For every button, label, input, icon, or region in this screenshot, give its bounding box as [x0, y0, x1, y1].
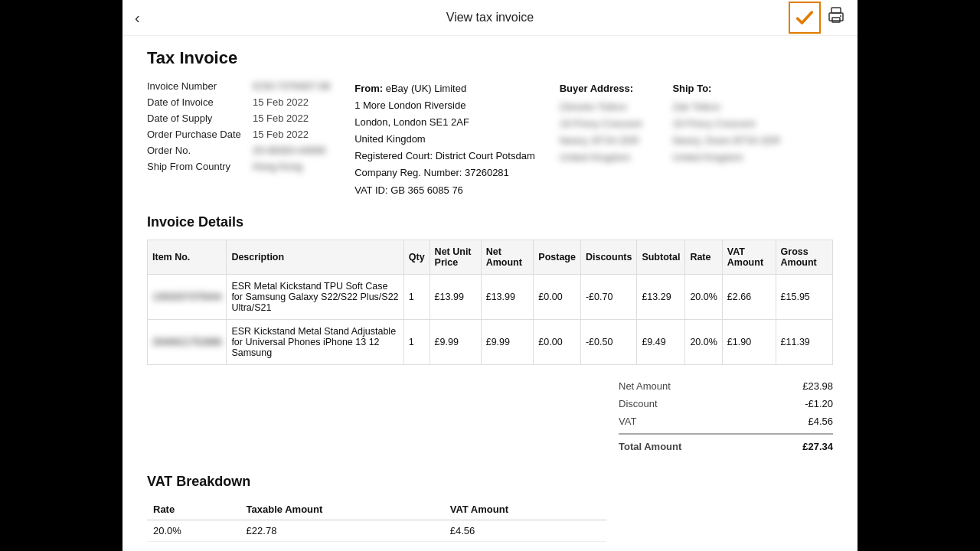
vat-td-rate: 20.0%: [147, 520, 240, 541]
td-qty: 1: [403, 274, 430, 319]
checkmark-icon: [794, 7, 815, 28]
vat-header-row: Rate Taxable Amount VAT Amount: [147, 499, 606, 520]
ship-to-line2: Newry, Down BT34 2DR: [672, 132, 780, 149]
totals-vat-value: £4.56: [808, 416, 833, 427]
top-icons: [789, 2, 845, 34]
order-purchase-date-label: Order Purchase Date: [147, 129, 247, 140]
td-discounts: -£0.50: [580, 319, 636, 364]
td-subtotal: £9.49: [637, 319, 685, 364]
order-no-value: 25-08363-44690: [253, 145, 325, 156]
vat-th-vat-amount: VAT Amount: [444, 499, 606, 520]
buyer-address-block: Buyer Address: Zdravko Totkov 19 Priory …: [560, 80, 642, 199]
vat-th-taxable-amount: Taxable Amount: [240, 499, 444, 520]
td-netAmount: £13.99: [481, 274, 534, 319]
invoice-table: Item No. Description Qty Net Unit Price …: [147, 240, 833, 365]
td-netUnitPrice: £9.99: [430, 319, 481, 364]
vat-table-body: 20.0%£22.78£4.56: [147, 520, 606, 541]
vat-td-vatAmount: £4.56: [444, 520, 606, 541]
th-vat-amount: VAT Amount: [722, 240, 776, 274]
ship-to-line3: United Kingdom: [672, 149, 780, 166]
td-netAmount: £9.99: [481, 319, 534, 364]
td-subtotal: £13.29: [637, 274, 685, 319]
td-vatAmount: £1.90: [722, 319, 776, 364]
meta-left: Invoice Number IC93-7376407-08 Date of I…: [147, 80, 330, 199]
order-no-label: Order No.: [147, 145, 247, 156]
page-container: ‹ View tax invoice Tax Invoice: [122, 0, 858, 551]
th-description: Description: [227, 240, 403, 274]
totals-vat-row: VAT £4.56: [619, 412, 833, 430]
totals-net-amount-row: Net Amount £23.98: [619, 377, 833, 395]
seller-name: eBay (UK) Limited: [386, 83, 466, 94]
svg-rect-1: [829, 13, 843, 21]
ship-from-country-row: Ship From Country Hong Kong: [147, 161, 330, 172]
td-qty: 1: [403, 319, 430, 364]
td-description: ESR Kickstand Metal Stand Adjustable for…: [227, 319, 403, 364]
seller-address3: United Kingdom: [354, 131, 535, 148]
seller-address1: 1 More London Riverside: [354, 97, 535, 114]
td-discounts: -£0.70: [580, 274, 636, 319]
totals-total-amount-row: Total Amount £27.34: [619, 433, 833, 455]
seller-reg-court: Registered Court: District Court Potsdam: [354, 148, 535, 165]
date-of-supply-row: Date of Supply 15 Feb 2022: [147, 112, 330, 124]
ship-to-header: Ship To:: [672, 80, 780, 97]
ship-to-line1: 19 Priory Crescent: [672, 116, 780, 132]
svg-point-3: [840, 15, 841, 17]
invoice-number-value: IC93-7376407-08: [253, 80, 330, 92]
date-of-invoice-value: 15 Feb 2022: [253, 96, 309, 108]
order-no-row: Order No. 25-08363-44690: [147, 145, 330, 156]
table-header-row: Item No. Description Qty Net Unit Price …: [148, 240, 833, 274]
td-rate: 20.0%: [685, 319, 722, 364]
totals-net-amount-value: £23.98: [802, 380, 833, 392]
th-net-amount: Net Amount: [481, 240, 534, 274]
totals-table: Net Amount £23.98 Discount -£1.20 VAT £4…: [619, 377, 833, 455]
order-purchase-date-row: Order Purchase Date 15 Feb 2022: [147, 129, 330, 140]
th-subtotal: Subtotal: [637, 240, 685, 274]
page-title: View tax invoice: [446, 11, 534, 24]
invoice-table-head: Item No. Description Qty Net Unit Price …: [148, 240, 833, 274]
table-row: 2640621752888ESR Kickstand Metal Stand A…: [148, 319, 833, 364]
vat-td-taxableAmount: £22.78: [240, 520, 444, 541]
vat-section: VAT Breakdown Rate Taxable Amount VAT Am…: [147, 474, 833, 542]
buyer-address-header: Buyer Address:: [560, 80, 642, 97]
buyer-line1: 19 Priory Crescent: [560, 116, 642, 132]
totals-vat-label: VAT: [619, 416, 636, 427]
th-postage: Postage: [534, 240, 581, 274]
svg-rect-0: [831, 8, 841, 13]
ship-to-address-block: Ship To: Zak Totkov 19 Priory Crescent N…: [672, 80, 780, 199]
check-button[interactable]: [789, 2, 821, 34]
buyer-ship: Buyer Address: Zdravko Totkov 19 Priory …: [560, 80, 833, 199]
ship-from-country-value: Hong Kong: [253, 161, 302, 172]
totals-total-value: £27.34: [802, 441, 833, 452]
buyer-line2: Newry, BT34 2DR: [560, 132, 642, 149]
totals-net-amount-label: Net Amount: [619, 380, 671, 392]
td-grossAmount: £15.95: [776, 274, 832, 319]
vat-table-row: 20.0%£22.78£4.56: [147, 520, 606, 541]
th-rate: Rate: [685, 240, 722, 274]
invoice-table-body: 1303207375044ESR Metal Kickstand TPU Sof…: [148, 274, 833, 364]
seller-vat-id: VAT ID: GB 365 6085 76: [354, 182, 535, 199]
totals-discount-value: -£1.20: [805, 398, 833, 409]
seller-company-reg: Company Reg. Number: 37260281: [354, 165, 535, 181]
svg-rect-2: [832, 18, 840, 22]
totals-discount-label: Discount: [619, 398, 658, 409]
th-gross-amount: Gross Amount: [776, 240, 832, 274]
print-button[interactable]: [827, 6, 845, 29]
back-button[interactable]: ‹: [135, 9, 140, 27]
td-grossAmount: £11.39: [776, 319, 832, 364]
ship-to-name: Zak Totkov: [672, 99, 780, 116]
invoice-title: Tax Invoice: [147, 48, 833, 68]
td-postage: £0.00: [534, 319, 581, 364]
invoice-meta: Invoice Number IC93-7376407-08 Date of I…: [147, 80, 833, 199]
buyer-line3: United Kingdom: [560, 149, 642, 166]
totals-total-label: Total Amount: [619, 441, 681, 452]
seller-info: From: eBay (UK) Limited 1 More London Ri…: [354, 80, 535, 199]
td-netUnitPrice: £13.99: [430, 274, 481, 319]
invoice-number-label: Invoice Number: [147, 80, 247, 92]
date-of-invoice-row: Date of Invoice 15 Feb 2022: [147, 96, 330, 108]
td-rate: 20.0%: [685, 274, 722, 319]
table-row: 1303207375044ESR Metal Kickstand TPU Sof…: [148, 274, 833, 319]
td-itemNo: 1303207375044: [148, 274, 227, 319]
content-area: Tax Invoice Invoice Number IC93-7376407-…: [122, 36, 858, 551]
vat-table: Rate Taxable Amount VAT Amount 20.0%£22.…: [147, 499, 606, 542]
vat-th-rate: Rate: [147, 499, 240, 520]
